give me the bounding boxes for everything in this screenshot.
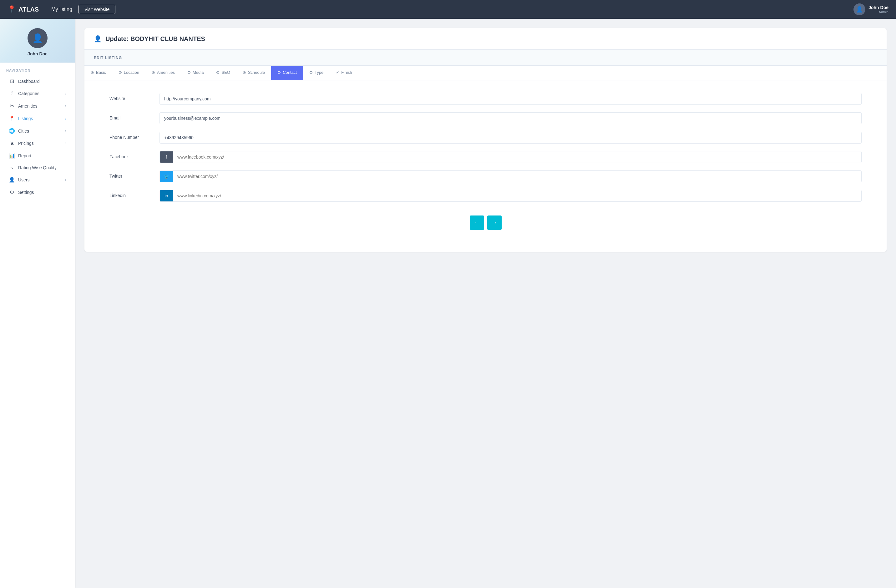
categories-arrow: › <box>65 91 66 96</box>
tab-media[interactable]: ⊙ Media <box>181 66 210 80</box>
sidebar-item-categories[interactable]: ⤴ Categories › <box>3 88 73 99</box>
user-role: Admin <box>869 10 888 14</box>
sidebar-item-rating[interactable]: ∿ Rating Wise Quality <box>3 162 73 173</box>
logo-icon: 📍 <box>8 5 16 14</box>
edit-listing-header: EDIT LISTING <box>84 50 887 66</box>
tab-schedule[interactable]: ⊙ Schedule <box>236 66 271 80</box>
next-button[interactable]: → <box>487 215 501 230</box>
page-header-icon: 👤 <box>94 35 102 43</box>
facebook-label: Facebook <box>110 151 153 159</box>
sidebar-username: John Doe <box>27 51 47 56</box>
tab-location-icon: ⊙ <box>119 70 122 75</box>
phone-label: Phone Number <box>110 132 153 140</box>
page-title: Update: BODYHIT CLUB NANTES <box>105 35 205 43</box>
twitter-input-wrapper: 🐦 <box>160 171 862 182</box>
email-row: Email <box>110 112 862 124</box>
twitter-row: Twitter 🐦 <box>110 171 862 182</box>
tab-schedule-icon: ⊙ <box>243 70 246 75</box>
main-content: 👤 Update: BODYHIT CLUB NANTES EDIT LISTI… <box>75 19 896 588</box>
sidebar-label-categories: Categories <box>18 91 62 96</box>
layout: 👤 John Doe NAVIGATION ⊡ Dashboard ⤴ Cate… <box>0 19 896 588</box>
listings-arrow: › <box>65 116 66 121</box>
facebook-icon: f <box>160 151 173 163</box>
cities-arrow: › <box>65 129 66 133</box>
users-icon: 👤 <box>9 177 15 183</box>
tab-basic[interactable]: ⊙ Basic <box>84 66 112 80</box>
facebook-row: Facebook f <box>110 151 862 163</box>
tab-finish-icon: ✓ <box>336 70 339 75</box>
dashboard-icon: ⊡ <box>9 78 15 84</box>
tab-basic-icon: ⊙ <box>91 70 94 75</box>
tab-contact[interactable]: ⊙ Contact <box>271 66 303 80</box>
next-icon: → <box>492 219 497 226</box>
sidebar-label-rating: Rating Wise Quality <box>18 165 66 170</box>
contact-form: Website Email Phone Number Facebook <box>84 81 887 252</box>
sidebar-item-listings[interactable]: 📍 Listings › <box>3 112 73 125</box>
linkedin-input-wrapper: in <box>160 190 862 202</box>
linkedin-input[interactable] <box>173 190 861 201</box>
sidebar-label-listings: Listings <box>18 116 62 121</box>
facebook-input[interactable] <box>173 151 861 163</box>
linkedin-row: Linkedin in <box>110 190 862 202</box>
sidebar-label-settings: Settings <box>18 190 62 195</box>
twitter-icon: 🐦 <box>160 171 173 182</box>
amenities-icon: ✂ <box>9 103 15 109</box>
page-header: 👤 Update: BODYHIT CLUB NANTES <box>84 28 887 50</box>
user-menu[interactable]: 👤 John Doe Admin <box>853 3 888 15</box>
sidebar-item-settings[interactable]: ⚙ Settings › <box>3 186 73 198</box>
pricings-icon: 🛍 <box>9 140 15 146</box>
amenities-arrow: › <box>65 104 66 108</box>
linkedin-icon: in <box>160 190 173 201</box>
sidebar-item-report[interactable]: 📊 Report <box>3 149 73 162</box>
sidebar-label-pricings: Pricings <box>18 141 62 146</box>
sidebar-label-users: Users <box>18 177 62 182</box>
visit-website-button[interactable]: Visit Website <box>79 5 116 14</box>
tab-finish[interactable]: ✓ Finish <box>330 66 358 80</box>
sidebar-item-amenities[interactable]: ✂ Amenities › <box>3 100 73 112</box>
user-info: John Doe Admin <box>869 5 888 14</box>
sidebar-profile: 👤 John Doe <box>0 19 75 63</box>
tab-type[interactable]: ⊙ Type <box>303 66 330 80</box>
settings-icon: ⚙ <box>9 189 15 195</box>
email-input[interactable] <box>160 112 862 124</box>
phone-input[interactable] <box>160 132 862 143</box>
website-label: Website <box>110 93 153 101</box>
sidebar-item-users[interactable]: 👤 Users › <box>3 174 73 186</box>
tab-location[interactable]: ⊙ Location <box>112 66 145 80</box>
listings-icon: 📍 <box>9 116 15 121</box>
tab-seo-icon: ⊙ <box>216 70 219 75</box>
tab-amenities[interactable]: ⊙ Amenities <box>145 66 181 80</box>
twitter-input[interactable] <box>173 171 861 182</box>
sidebar-label-report: Report <box>18 153 66 158</box>
prev-button[interactable]: ← <box>470 215 484 230</box>
tab-type-icon: ⊙ <box>309 70 313 75</box>
avatar: 👤 <box>853 3 866 15</box>
sidebar-item-cities[interactable]: 🌐 Cities › <box>3 125 73 137</box>
tab-seo[interactable]: ⊙ SEO <box>210 66 236 80</box>
tab-contact-icon: ⊙ <box>277 70 281 75</box>
facebook-input-wrapper: f <box>160 151 862 163</box>
nav-link[interactable]: My listing <box>51 6 72 12</box>
sidebar-item-dashboard[interactable]: ⊡ Dashboard <box>3 75 73 87</box>
sidebar-avatar: 👤 <box>27 28 47 48</box>
prev-icon: ← <box>474 219 480 226</box>
tabs-bar: ⊙ Basic ⊙ Location ⊙ Amenities ⊙ Media ⊙ <box>84 66 887 81</box>
cities-icon: 🌐 <box>9 128 15 134</box>
sidebar-label-cities: Cities <box>18 128 62 134</box>
topnav: 📍 ATLAS My listing Visit Website 👤 John … <box>0 0 896 19</box>
sidebar-label-dashboard: Dashboard <box>18 79 66 84</box>
logo[interactable]: 📍 ATLAS <box>8 5 39 14</box>
website-row: Website <box>110 93 862 105</box>
form-nav-buttons: ← → <box>110 209 862 239</box>
website-input[interactable] <box>160 93 862 105</box>
phone-row: Phone Number <box>110 132 862 143</box>
pricings-arrow: › <box>65 141 66 145</box>
sidebar-item-pricings[interactable]: 🛍 Pricings › <box>3 137 73 149</box>
sidebar-label-amenities: Amenities <box>18 104 62 108</box>
edit-listing-label: EDIT LISTING <box>94 56 122 60</box>
page-card: 👤 Update: BODYHIT CLUB NANTES EDIT LISTI… <box>84 28 887 252</box>
tab-media-icon: ⊙ <box>187 70 191 75</box>
settings-arrow: › <box>65 190 66 195</box>
report-icon: 📊 <box>9 152 15 158</box>
sidebar-nav-label: NAVIGATION <box>0 63 75 75</box>
